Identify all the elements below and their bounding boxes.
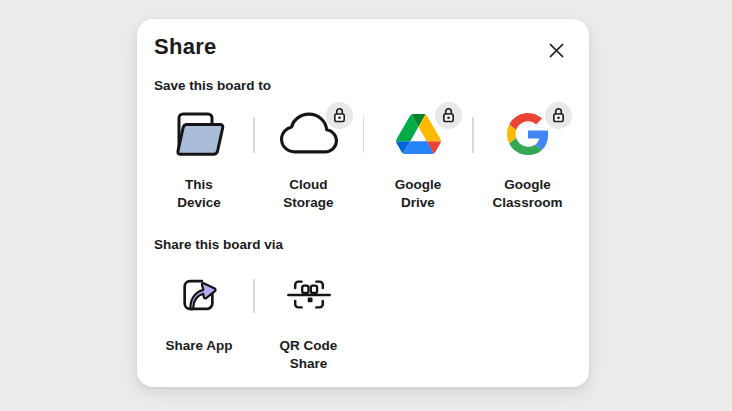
dialog-title: Share (154, 34, 217, 60)
section-label-share-via: Share this board via (154, 236, 572, 253)
google-drive-icon (396, 114, 441, 157)
option-label: This Device (177, 176, 221, 212)
save-option-cloud-storage[interactable]: Cloud Storage (255, 104, 363, 212)
google-g-icon (507, 113, 549, 158)
share-app-icon (178, 274, 220, 319)
option-label: Google Drive (395, 176, 442, 212)
share-option-share-app[interactable]: Share App (145, 265, 253, 355)
save-option-this-device[interactable]: This Device (145, 104, 253, 212)
close-icon (548, 47, 565, 62)
save-option-google-classroom[interactable]: Google Classroom (474, 104, 582, 212)
option-label: Cloud Storage (283, 176, 333, 212)
option-label: Google Classroom (493, 176, 563, 212)
option-label: QR Code Share (280, 337, 338, 373)
lock-badge (545, 102, 572, 129)
share-option-qr-code[interactable]: QR Code Share (255, 265, 363, 373)
section-label-save: Save this board to (154, 77, 572, 94)
folder-icon (171, 109, 227, 162)
lock-icon (441, 106, 456, 126)
save-option-google-drive[interactable]: Google Drive (364, 104, 472, 212)
save-options-row: This Device (137, 104, 589, 212)
share-dialog: Share Save this board to This Device (137, 19, 589, 387)
share-options-row: Share App (137, 265, 589, 373)
lock-icon (332, 106, 347, 126)
close-button[interactable] (542, 36, 571, 65)
dialog-header: Share (137, 19, 589, 65)
qr-code-icon (286, 274, 332, 318)
lock-badge (326, 102, 353, 129)
option-label: Share App (165, 337, 232, 355)
lock-icon (551, 106, 566, 126)
lock-badge (435, 102, 462, 129)
